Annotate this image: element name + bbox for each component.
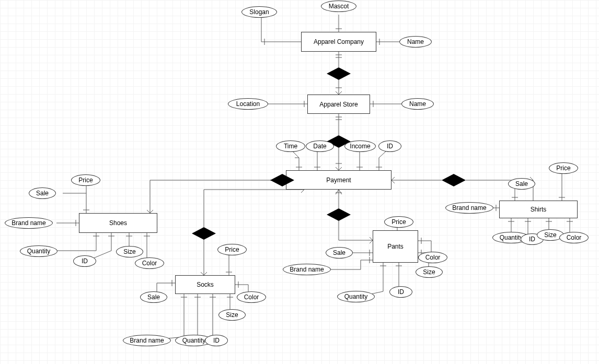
attr-payment-time[interactable]: Time — [276, 140, 305, 152]
attr-socks-size[interactable]: Size — [218, 309, 246, 321]
attr-socks-color[interactable]: Color — [237, 291, 266, 303]
attr-socks-brand[interactable]: Brand name — [123, 335, 171, 346]
attr-shirts-price[interactable]: Price — [549, 162, 578, 174]
attr-label: Color — [567, 234, 582, 241]
attr-shoes-size[interactable]: Size — [116, 246, 143, 257]
svg-line-110 — [339, 190, 342, 194]
attr-label: Size — [123, 248, 135, 255]
attr-label: Mascot — [329, 3, 349, 10]
attr-label: Color — [425, 254, 441, 261]
attr-label: Brand name — [452, 204, 486, 212]
attr-shoes-price[interactable]: Price — [71, 174, 100, 186]
attr-label: Quantity — [182, 337, 206, 344]
attr-label: Brand name — [290, 266, 324, 273]
entity-label: Apparel Company — [314, 38, 364, 45]
entity-label: Payment — [326, 177, 351, 184]
svg-line-85 — [301, 190, 304, 193]
attr-socks-id[interactable]: ID — [205, 335, 228, 346]
attr-label: Size — [544, 231, 556, 239]
relationship-sells-shirts[interactable]: Sells — [442, 174, 466, 186]
svg-line-29 — [293, 151, 299, 158]
attr-shirts-brand[interactable]: Brand name — [445, 202, 493, 214]
attr-pants-brand[interactable]: Brand name — [283, 264, 331, 275]
svg-line-62 — [391, 180, 395, 183]
attr-label: Date — [313, 143, 326, 150]
attr-pants-id[interactable]: ID — [389, 286, 412, 298]
attr-company-slogan[interactable]: Slogan — [241, 6, 277, 18]
entity-socks[interactable]: Socks — [175, 275, 235, 294]
attr-shoes-sale[interactable]: Sale — [29, 187, 56, 199]
relationship-label: Sells — [332, 203, 345, 227]
attr-label: Size — [226, 311, 238, 319]
entity-label: Shirts — [531, 206, 547, 213]
relationship-label: Sells — [198, 221, 210, 245]
attr-pants-price[interactable]: Price — [384, 216, 413, 228]
attr-shoes-quantity[interactable]: Quantity — [20, 245, 57, 257]
svg-line-34 — [379, 151, 386, 158]
attr-shirts-color[interactable]: Color — [559, 232, 589, 243]
svg-line-109 — [336, 190, 339, 194]
attr-label: Quantity — [27, 248, 51, 255]
attr-shirts-sale[interactable]: Sale — [508, 178, 535, 190]
attr-label: Sale — [147, 293, 160, 301]
attr-label: Brand name — [11, 219, 45, 227]
attr-label: Sale — [333, 249, 345, 256]
attr-label: Slogan — [249, 8, 269, 16]
attr-label: ID — [398, 288, 404, 296]
attr-shoes-id[interactable]: ID — [73, 255, 96, 267]
attr-payment-id[interactable]: ID — [378, 140, 401, 152]
attr-label: Price — [225, 246, 239, 253]
entity-payment[interactable]: Payment — [286, 170, 391, 190]
attr-label: Color — [142, 260, 157, 267]
relationship-sells-pants[interactable]: Sells — [327, 208, 351, 221]
attr-label: Name — [409, 100, 426, 108]
entity-label: Shoes — [109, 219, 127, 227]
attr-company-name[interactable]: Name — [399, 36, 432, 48]
attr-label: Sale — [36, 190, 49, 197]
attr-pants-size[interactable]: Size — [416, 266, 443, 278]
entity-label: Pants — [387, 243, 404, 250]
attr-label: Price — [391, 218, 406, 226]
relationship-label: Sells — [270, 174, 294, 186]
attr-label: Quantity — [344, 293, 368, 300]
attr-pants-quantity[interactable]: Quantity — [337, 291, 375, 302]
attr-label: Price — [78, 177, 93, 184]
relationship-label: owns — [332, 62, 345, 86]
relationship-sells-socks[interactable]: Sells — [192, 227, 216, 240]
attr-label: Name — [407, 38, 424, 45]
entity-shoes[interactable]: Shoes — [79, 213, 157, 233]
attr-store-name[interactable]: Name — [401, 98, 434, 110]
attr-payment-income[interactable]: Income — [344, 140, 376, 152]
attr-label: Price — [556, 165, 570, 172]
attr-payment-date[interactable]: Date — [306, 140, 334, 152]
entity-label: Socks — [197, 281, 214, 288]
attr-label: Sale — [515, 180, 528, 187]
attr-label: Color — [244, 293, 259, 301]
attr-store-location[interactable]: Location — [228, 98, 268, 110]
attr-label: Location — [236, 100, 260, 108]
attr-label: ID — [529, 236, 535, 243]
relationship-label: earn — [332, 130, 345, 154]
attr-label: Size — [423, 268, 435, 276]
attr-shoes-brand[interactable]: Brand name — [5, 217, 53, 229]
attr-label: Quantity — [500, 234, 523, 241]
relationship-owns[interactable]: owns — [327, 67, 351, 80]
relationship-label: Sells — [442, 174, 466, 186]
entity-apparel-company[interactable]: Apparel Company — [301, 32, 376, 52]
attr-pants-sale[interactable]: Sale — [326, 247, 353, 259]
attr-label: Brand name — [130, 337, 164, 344]
entity-shirts[interactable]: Shirts — [499, 201, 578, 218]
attr-label: ID — [213, 337, 220, 344]
attr-company-mascot[interactable]: Mascot — [321, 1, 356, 12]
entity-apparel-store[interactable]: Apparel Store — [307, 95, 370, 114]
attr-shoes-color[interactable]: Color — [135, 257, 164, 269]
attr-socks-price[interactable]: Price — [217, 244, 247, 255]
attr-label: Time — [284, 143, 297, 150]
attr-socks-sale[interactable]: Sale — [140, 291, 167, 303]
attr-pants-color[interactable]: Color — [418, 252, 447, 263]
entity-label: Apparel Store — [319, 101, 358, 108]
attr-label: ID — [387, 143, 393, 150]
entity-pants[interactable]: Pants — [373, 230, 418, 263]
attr-label: ID — [82, 257, 88, 265]
relationship-sells-shoes[interactable]: Sells — [270, 174, 294, 186]
